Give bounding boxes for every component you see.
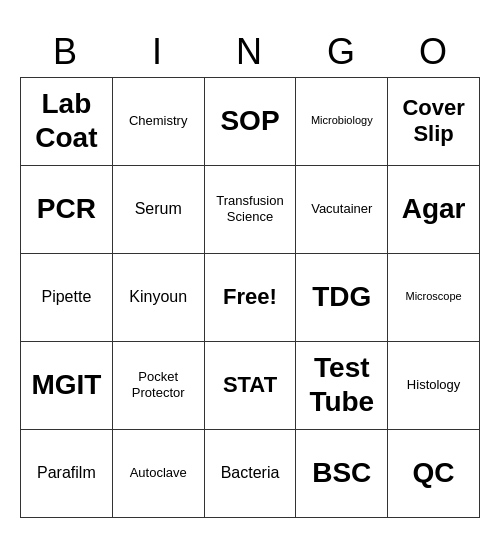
bingo-cell: PCR bbox=[21, 166, 113, 254]
bingo-cell: Vacutainer bbox=[296, 166, 388, 254]
header-letter: B bbox=[20, 27, 112, 77]
bingo-cell: Agar bbox=[388, 166, 480, 254]
bingo-cell: SOP bbox=[205, 78, 297, 166]
bingo-cell: MGIT bbox=[21, 342, 113, 430]
bingo-cell: Histology bbox=[388, 342, 480, 430]
cell-text: QC bbox=[413, 456, 455, 490]
cell-text: Bacteria bbox=[221, 463, 280, 482]
cell-text: Chemistry bbox=[129, 113, 188, 129]
cell-text: Histology bbox=[407, 377, 460, 393]
bingo-cell: PocketProtector bbox=[113, 342, 205, 430]
cell-text: Vacutainer bbox=[311, 201, 372, 217]
cell-text: Agar bbox=[402, 192, 466, 226]
cell-text: Autoclave bbox=[130, 465, 187, 481]
bingo-cell: Microbiology bbox=[296, 78, 388, 166]
bingo-cell: Bacteria bbox=[205, 430, 297, 518]
bingo-cell: Microscope bbox=[388, 254, 480, 342]
bingo-cell: Parafilm bbox=[21, 430, 113, 518]
bingo-card: BINGO LabCoatChemistrySOPMicrobiologyCov… bbox=[20, 27, 480, 518]
cell-text: PCR bbox=[37, 192, 96, 226]
bingo-cell: Chemistry bbox=[113, 78, 205, 166]
bingo-cell: Free! bbox=[205, 254, 297, 342]
cell-text: Microbiology bbox=[311, 114, 373, 127]
cell-text: TestTube bbox=[309, 351, 374, 418]
header-letter: G bbox=[296, 27, 388, 77]
bingo-cell: TDG bbox=[296, 254, 388, 342]
cell-text: Kinyoun bbox=[129, 287, 187, 306]
cell-text: PocketProtector bbox=[132, 369, 185, 400]
cell-text: STAT bbox=[223, 372, 277, 398]
cell-text: Free! bbox=[223, 284, 277, 310]
cell-text: SOP bbox=[220, 104, 279, 138]
cell-text: Parafilm bbox=[37, 463, 96, 482]
bingo-cell: TestTube bbox=[296, 342, 388, 430]
bingo-cell: QC bbox=[388, 430, 480, 518]
bingo-cell: Kinyoun bbox=[113, 254, 205, 342]
bingo-cell: TransfusionScience bbox=[205, 166, 297, 254]
cell-text: TDG bbox=[312, 280, 371, 314]
cell-text: Microscope bbox=[405, 290, 461, 303]
cell-text: Pipette bbox=[41, 287, 91, 306]
bingo-cell: Autoclave bbox=[113, 430, 205, 518]
header-letter: O bbox=[388, 27, 480, 77]
cell-text: Serum bbox=[135, 199, 182, 218]
cell-text: CoverSlip bbox=[402, 95, 464, 148]
bingo-cell: Pipette bbox=[21, 254, 113, 342]
header-letter: N bbox=[204, 27, 296, 77]
cell-text: LabCoat bbox=[35, 87, 97, 154]
cell-text: MGIT bbox=[31, 368, 101, 402]
header-letter: I bbox=[112, 27, 204, 77]
cell-text: TransfusionScience bbox=[216, 193, 283, 224]
bingo-cell: LabCoat bbox=[21, 78, 113, 166]
cell-text: BSC bbox=[312, 456, 371, 490]
bingo-cell: CoverSlip bbox=[388, 78, 480, 166]
bingo-cell: STAT bbox=[205, 342, 297, 430]
bingo-cell: BSC bbox=[296, 430, 388, 518]
bingo-header: BINGO bbox=[20, 27, 480, 77]
bingo-cell: Serum bbox=[113, 166, 205, 254]
bingo-grid: LabCoatChemistrySOPMicrobiologyCoverSlip… bbox=[20, 77, 480, 518]
